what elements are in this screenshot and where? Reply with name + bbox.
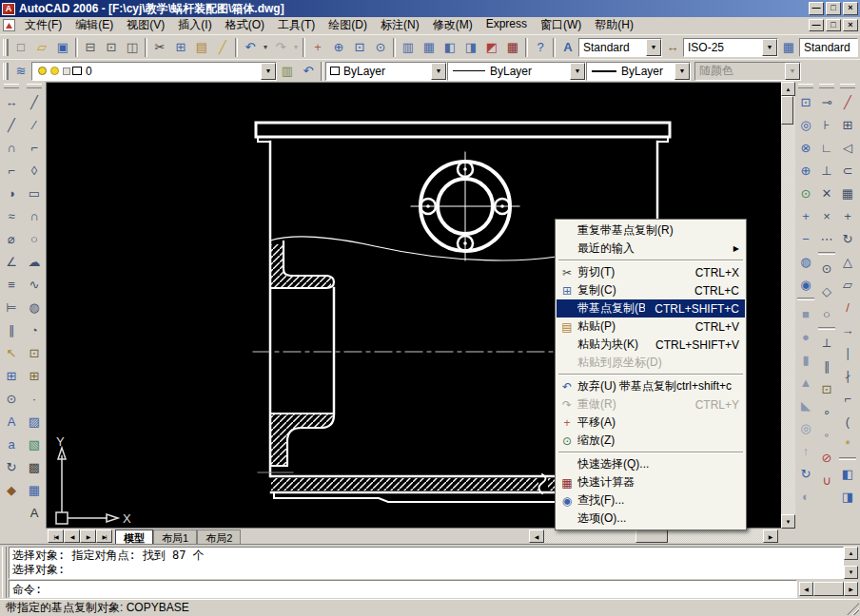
plot-icon[interactable]: ⊟ [80,38,101,57]
center-mark-icon[interactable]: ⊙ [1,387,22,410]
doc-restore-button[interactable]: □ [826,19,841,31]
arc-icon[interactable]: ∩ [24,204,45,227]
dim-baseline-icon[interactable]: ⊨ [1,296,22,318]
context-menu-item-quick-calc[interactable]: ▦快速计算器 [557,473,745,491]
dim-edit-icon[interactable]: A [1,410,22,433]
dropdown-arrow-icon[interactable]: ▼ [261,63,276,80]
dim-text-edit-icon[interactable]: a [1,433,22,455]
snap-extension-icon[interactable]: ⋯ [817,227,837,250]
zoom-object-icon[interactable]: ⊙ [796,182,816,204]
explode-icon[interactable]: * [838,433,858,455]
chamfer-icon[interactable]: ⌐ [838,387,858,410]
next-layout-button[interactable]: ▶ [80,529,96,543]
make-block-icon[interactable]: ⊞ [24,364,45,387]
linetype-combo[interactable]: ByLayer ▼ [447,62,586,81]
command-history-scrollbar[interactable]: ▲ ▼ [844,547,858,579]
last-layout-button[interactable]: ▶| [96,529,112,543]
dim-diameter-icon[interactable]: ⌀ [1,227,22,250]
context-menu-item-options[interactable]: 选项(O)... [557,510,745,528]
vertical-scroll-thumb[interactable] [781,96,793,125]
undo-dropdown-icon[interactable]: ▾ [261,38,270,57]
command-history[interactable]: 选择对象: 指定对角点: 找到 87 个选择对象: [9,547,844,579]
dropdown-arrow-icon[interactable]: ▼ [431,63,446,80]
break-at-point-icon[interactable]: ∣ [838,341,858,364]
mirror-icon[interactable]: ◁ [838,136,858,159]
layer-combo[interactable]: 0 ▼ [31,62,277,81]
context-menu-item-redo[interactable]: ↷重做(R)CTRL+Y [557,395,745,414]
canvas-vertical-scrollbar[interactable]: ▲ ▼ [781,82,795,529]
dim-angular-icon[interactable]: ∠ [1,250,22,273]
menu-编辑E[interactable]: 编辑(E) [68,16,120,35]
copy-icon[interactable]: ⊞ [170,38,191,57]
command-window-grip[interactable] [2,547,7,598]
solid-cylinder-icon[interactable]: ▮ [796,348,816,371]
zoom-center-icon[interactable]: ⊕ [796,159,816,182]
redo-icon[interactable]: ↷ [270,38,291,57]
snap-endpoint-icon[interactable]: ∟ [817,136,837,159]
menu-文件F[interactable]: 文件(F) [18,16,68,35]
context-menu-item-zoom[interactable]: ⊙缩放(Z) [557,432,745,450]
gradient-icon[interactable]: ▧ [24,433,45,455]
snap-none-icon[interactable]: ⊘ [817,446,837,469]
pan-icon[interactable]: + [307,38,328,57]
snap-center-icon[interactable]: ⊙ [817,257,837,279]
help-icon[interactable]: ? [530,38,551,57]
toolbar-grip[interactable] [798,84,813,88]
send-to-back-icon[interactable]: ◨ [838,485,858,508]
context-menu-item-copy-with-base-point[interactable]: 带基点复制(B)CTRL+SHIFT+C [557,299,745,318]
resize-grip[interactable] [847,603,859,615]
construction-line-icon[interactable]: ∕ [24,113,45,136]
doc-minimize-button[interactable]: — [809,19,824,31]
snap-intersection-icon[interactable]: ✕ [817,182,837,204]
sheet-set-manager-icon[interactable]: ◨ [460,38,481,57]
toolbar-grip[interactable] [3,63,8,80]
scale-icon[interactable]: △ [838,250,858,273]
rectangle-icon[interactable]: ▭ [24,182,45,204]
open-icon[interactable]: ▱ [31,38,52,57]
command-input[interactable]: 命令: [9,580,797,598]
context-menu-item-copy[interactable]: ⊞复制(C)CTRL+C [557,281,745,299]
menu-插入I[interactable]: 插入(I) [171,16,218,35]
toolbar-grip[interactable] [3,39,8,56]
context-menu-item-recent-input[interactable]: 最近的输入▶ [557,240,745,258]
insert-block-icon[interactable]: ⊡ [24,341,45,364]
copy-object-icon[interactable]: ⊞ [838,113,858,136]
scroll-down-icon[interactable]: ▼ [781,514,795,529]
menu-帮助H[interactable]: 帮助(H) [588,16,640,35]
scroll-up-icon[interactable]: ▲ [781,82,795,96]
snap-node-icon[interactable]: ∘ [817,400,837,423]
dim-linear-icon[interactable]: ↔ [1,90,22,113]
snap-apparent-intersection-icon[interactable]: × [817,204,837,227]
context-menu-item-cut[interactable]: ✂剪切(T)CTRL+X [557,263,745,281]
solid-cone-icon[interactable]: ▲ [796,371,816,394]
tab-布局2[interactable]: 布局2 [197,529,241,544]
canvas-horizontal-scrollbar[interactable]: ◀ ▶ [529,529,778,543]
layer-previous-icon[interactable]: ↶ [298,62,319,81]
zoom-extents-icon[interactable]: ◉ [796,273,816,296]
snap-midpoint-icon[interactable]: ⊥ [817,159,837,182]
toolbar-grip[interactable] [27,84,42,88]
command-input-scrollbar[interactable]: ◀ ▶ [799,580,858,598]
properties-icon[interactable]: ▥ [398,38,419,57]
zoom-previous-icon[interactable]: ⊙ [370,38,391,57]
menu-标注N[interactable]: 标注(N) [374,16,426,35]
markup-set-manager-icon[interactable]: ◩ [481,38,502,57]
context-menu-item-quick-select[interactable]: 快速选择(Q)... [557,455,745,473]
menu-Express[interactable]: Express [479,16,534,35]
zoom-realtime-icon[interactable]: ⊕ [328,38,349,57]
polyline-icon[interactable]: ⌐ [24,136,45,159]
quick-dimension-icon[interactable]: ≡ [1,273,22,296]
extend-icon[interactable]: → [838,318,858,341]
zoom-all-icon[interactable]: ◍ [796,250,816,273]
layer-on-off-icon[interactable] [38,67,47,75]
scroll-left-icon[interactable]: ◀ [799,582,813,596]
multiline-text-icon[interactable]: A [24,501,45,524]
restore-button[interactable]: □ [826,2,841,15]
lineweight-combo[interactable]: ByLayer ▼ [586,62,691,81]
menu-修改M[interactable]: 修改(M) [426,16,479,35]
extrude-icon[interactable]: ↑ [796,439,816,462]
dropdown-arrow-icon[interactable]: ▼ [674,63,690,80]
context-menu-item-undo[interactable]: ↶放弃(U) 带基点复制ctrl+shift+c [557,377,745,395]
circle-icon[interactable]: ○ [24,227,45,250]
snap-tangent-icon[interactable]: ○ [817,302,837,325]
